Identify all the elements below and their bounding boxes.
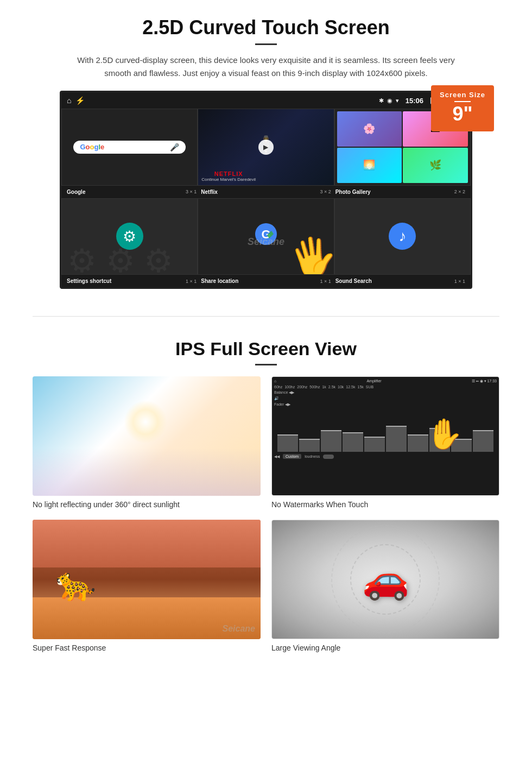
sunlight-rays — [124, 400, 167, 444]
amp-eq-bars: ✋ — [274, 408, 497, 452]
home-icon: ⌂ — [67, 96, 71, 105]
screen-size-badge: Screen Size 9" — [431, 85, 494, 131]
section1-title: 2.5D Curved Touch Screen — [33, 16, 499, 39]
amp-icons: ☰ •• ◉ ▾ 17:33 — [472, 379, 497, 383]
device-container: Screen Size 9" ⌂ ⚡ ✱ ◉ ▾ 15:06 ⬜ 🔊 ✕ — [60, 91, 472, 289]
sound-app-label: Sound Search 1 × 1 — [333, 277, 467, 285]
badge-title: Screen Size — [440, 91, 485, 99]
section-curved-screen: 2.5D Curved Touch Screen With 2.5D curve… — [0, 0, 532, 300]
app-labels-bottom: Settings shortcut 1 × 1 Share location 1… — [61, 275, 471, 287]
badge-divider — [454, 101, 471, 102]
badge-size: 9" — [440, 104, 485, 124]
bluetooth-icon: ✱ — [379, 97, 384, 104]
cheetah-sky — [33, 520, 261, 567]
maps-app-cell[interactable]: G 🖐 — [198, 198, 334, 275]
settings-bg-icons: ⚙ ⚙ ⚙ — [67, 242, 173, 274]
amplifier-image: ⌂ Amplifier ☰ •• ◉ ▾ 17:33 60hz100hz200h… — [271, 376, 499, 496]
usb-icon: ⚡ — [75, 96, 85, 105]
maps-app-label: Share location 1 × 1 — [199, 277, 333, 285]
cheetah-card: 🐆 Seicane Super Fast Response — [33, 520, 261, 652]
device-screen: ⌂ ⚡ ✱ ◉ ▾ 15:06 ⬜ 🔊 ✕ ▭ — [60, 91, 472, 289]
gallery-app-label: Photo Gallery 2 × 2 — [333, 188, 467, 196]
amp-screen: ⌂ Amplifier ☰ •• ◉ ▾ 17:33 60hz100hz200h… — [272, 377, 499, 495]
touch-hand: 🖐 — [286, 231, 333, 274]
car-background: 🚗 — [272, 520, 499, 639]
section1-divider — [255, 43, 277, 45]
bottom-row-container: ⚙ ⚙ ⚙ ⚙ — [61, 198, 471, 275]
netflix-overlay: NETFLIX Continue Marvel's Daredevil — [201, 171, 256, 182]
gallery-thumb-4: 🌿 — [403, 148, 468, 183]
settings-app-label: Settings shortcut 1 × 1 — [65, 277, 199, 285]
car-image: 🚗 — [271, 520, 499, 639]
gallery-thumb-3: 🌅 — [337, 148, 402, 183]
car-caption: Large Viewing Angle — [271, 644, 499, 652]
car-top-view: 🚗 — [362, 557, 409, 602]
section2-title: IPS Full Screen View — [33, 338, 499, 359]
location-icon: ◉ — [387, 97, 392, 104]
status-bar-left: ⌂ ⚡ — [67, 96, 85, 105]
netflix-logo: NETFLIX — [201, 171, 256, 177]
status-time: 15:06 — [406, 97, 423, 105]
google-mic-icon[interactable]: 🎤 — [170, 143, 179, 152]
amp-status-bar: ⌂ Amplifier ☰ •• ◉ ▾ 17:33 — [274, 379, 497, 383]
section-divider-line — [33, 316, 499, 317]
netflix-app-label: Netflix 3 × 2 — [199, 188, 333, 196]
cheetah-image: 🐆 Seicane — [33, 520, 261, 639]
amp-loudness-label: loudness — [305, 455, 320, 458]
cheetah-watermark: Seicane — [223, 624, 255, 634]
gallery-thumb-1: 🌸 — [337, 111, 402, 147]
sound-search-app-cell[interactable]: ♪ — [334, 198, 471, 275]
section2-divider — [255, 364, 277, 365]
image-grid: No light reflecting under 360° direct su… — [33, 376, 499, 652]
netflix-app-cell[interactable]: 🕴 ▶ NETFLIX Continue Marvel's Daredevil — [198, 109, 334, 186]
amplifier-caption: No Watermarks When Touch — [271, 500, 499, 509]
sunlight-caption: No light reflecting under 360° direct su… — [33, 500, 261, 509]
amp-bottom-bar: ◀◀ Custom loudness — [274, 454, 497, 459]
amp-title-label: Amplifier — [366, 379, 381, 383]
sunlight-card: No light reflecting under 360° direct su… — [33, 376, 261, 509]
amp-loudness-toggle[interactable] — [323, 455, 334, 459]
amp-freq-labels: 60hz100hz200hz500hz1k2.5k10k12.5k15kSUB — [274, 385, 497, 389]
amplifier-card: ⌂ Amplifier ☰ •• ◉ ▾ 17:33 60hz100hz200h… — [271, 376, 499, 509]
sunlight-background — [33, 376, 261, 496]
status-bar: ⌂ ⚡ ✱ ◉ ▾ 15:06 ⬜ 🔊 ✕ ▭ — [61, 92, 471, 109]
amp-prev-icon: ◀◀ — [274, 455, 280, 459]
amp-home-icon: ⌂ — [274, 379, 276, 383]
amp-controls: Balance ◀▶ 🔊 Fader ◀▶ — [274, 390, 497, 407]
app-grid-top: Google 🎤 — [61, 109, 471, 186]
cheetah-background: 🐆 Seicane — [33, 520, 261, 639]
google-app-cell[interactable]: Google 🎤 — [61, 109, 198, 186]
app-grid-bottom: ⚙ ⚙ ⚙ ⚙ — [61, 198, 471, 275]
google-search-bar[interactable]: Google 🎤 — [73, 141, 185, 154]
music-icon: ♪ — [389, 223, 416, 250]
section-ips-screen: IPS Full Screen View No light reflecting… — [0, 333, 532, 668]
settings-app-cell[interactable]: ⚙ ⚙ ⚙ ⚙ — [61, 198, 198, 275]
cheetah-emoji: 🐆 — [55, 565, 96, 603]
sunlight-gradient-bottom — [33, 448, 261, 496]
wifi-icon: ▾ — [396, 97, 399, 104]
sunlight-image — [33, 376, 261, 496]
maps-icon: G — [255, 223, 277, 250]
cheetah-caption: Super Fast Response — [33, 644, 261, 652]
netflix-subtitle: Continue Marvel's Daredevil — [201, 177, 256, 182]
google-app-label: Google 3 × 1 — [65, 188, 199, 196]
google-logo: Google — [80, 143, 104, 151]
app-labels-top: Google 3 × 1 Netflix 3 × 2 Photo Gallery… — [61, 186, 471, 198]
netflix-play-button[interactable]: ▶ — [258, 140, 274, 155]
amp-touch-hand: ✋ — [426, 417, 464, 452]
car-card: 🚗 Large Viewing Angle — [271, 520, 499, 652]
section1-description: With 2.5D curved-display screen, this de… — [76, 54, 456, 80]
amp-custom-button[interactable]: Custom — [283, 454, 301, 459]
